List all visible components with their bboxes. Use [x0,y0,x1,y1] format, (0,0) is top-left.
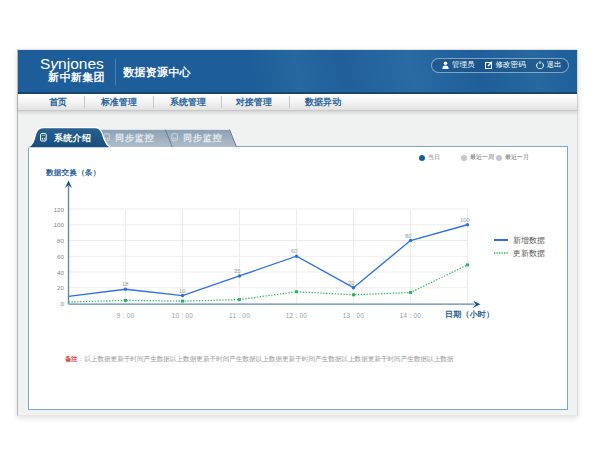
svg-text:10 : 00: 10 : 00 [172,312,194,319]
svg-text:40: 40 [57,268,64,275]
svg-text:20: 20 [57,284,64,291]
svg-text:35: 35 [234,268,240,274]
svg-text:10: 10 [179,287,185,293]
svg-text:12 : 00: 12 : 00 [286,312,308,319]
svg-text:新增数据: 新增数据 [513,236,545,245]
svg-text:18: 18 [122,281,128,287]
svg-text:14 : 00: 14 : 00 [400,312,422,319]
svg-text:更新数据: 更新数据 [513,249,545,258]
svg-text:系统介绍: 系统介绍 [53,133,91,143]
svg-text:同步监控: 同步监控 [115,133,155,143]
svg-text:80: 80 [57,237,64,244]
svg-text:100: 100 [54,221,65,228]
svg-text:同步监控: 同步监控 [183,133,223,143]
svg-text:100: 100 [460,216,470,222]
svg-text:60: 60 [57,252,64,259]
svg-text:0: 0 [61,300,65,307]
svg-text:11 : 00: 11 : 00 [229,312,250,319]
svg-text:20: 20 [348,279,354,285]
svg-text:日期（小时）: 日期（小时） [445,310,494,319]
svg-text:120: 120 [54,205,65,212]
svg-text:13 : 00: 13 : 00 [343,312,365,319]
svg-text:9 : 00: 9 : 00 [117,312,135,319]
svg-text:60: 60 [291,248,297,254]
svg-text:80: 80 [405,232,411,238]
